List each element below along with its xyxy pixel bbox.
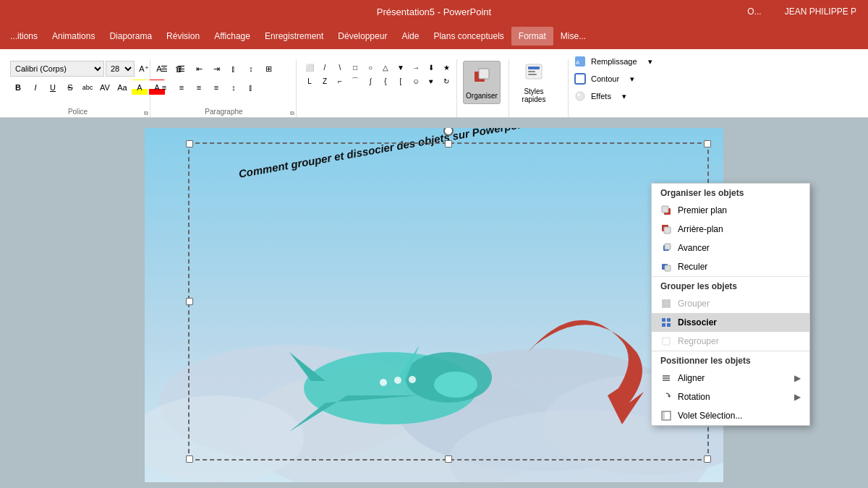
remplissage-row: A Remplissage ▾ <box>574 53 658 69</box>
shape-oval[interactable]: ○ <box>363 61 378 74</box>
menu-format[interactable]: Format <box>511 27 553 46</box>
section-header-organiser: Organiser les objets <box>652 184 809 201</box>
user-icon-btn[interactable]: O... <box>736 0 773 23</box>
dropdown-item-regrouper: Regrouper <box>652 332 809 351</box>
line-space-btn[interactable]: ↕ <box>226 80 242 95</box>
svg-rect-43 <box>663 338 670 345</box>
svg-point-10 <box>577 93 580 96</box>
justify-btn[interactable]: ≡ <box>208 80 224 95</box>
menu-aide[interactable]: Aide <box>394 27 426 46</box>
para-row1: ☰ ☰ ⇤ ⇥ ⫿ ↕ ⊞ <box>156 61 276 77</box>
spacing-btn[interactable]: AV <box>97 80 113 95</box>
col-btn[interactable]: ⫿ <box>226 61 242 77</box>
bullets-btn[interactable]: ☰ <box>156 61 172 77</box>
organiser-btn[interactable]: Organiser <box>463 61 501 104</box>
effets-arrow[interactable]: ▾ <box>616 88 632 104</box>
dropdown-item-aligner[interactable]: Aligner ▶ <box>652 369 809 388</box>
shape-heart[interactable]: ♥ <box>424 74 438 87</box>
font-grow-btn[interactable]: A⁺ <box>136 61 152 77</box>
shape-arc[interactable]: ⌒ <box>348 74 362 87</box>
shape-more[interactable]: ⬇ <box>424 61 438 74</box>
shape-l[interactable]: L <box>302 74 317 87</box>
dropdown-item-reculer[interactable]: Reculer <box>652 257 809 276</box>
highlight-btn[interactable]: A <box>132 80 148 95</box>
shape-star[interactable]: ★ <box>439 61 454 74</box>
dropdown-item-avancer[interactable]: Avancer <box>652 239 809 257</box>
handle-ml[interactable] <box>186 298 193 305</box>
align-left-btn[interactable]: ≡ <box>156 80 172 95</box>
user-name-btn[interactable]: JEAN PHILIPPE P <box>773 0 868 23</box>
handle-br[interactable] <box>704 455 711 463</box>
rotate-handle[interactable] <box>443 128 454 136</box>
shape-line[interactable]: / <box>318 61 332 74</box>
aligner-icon <box>660 372 672 384</box>
dropdown-item-premier-plan[interactable]: Premier plan <box>652 201 809 220</box>
handle-bl[interactable] <box>186 455 193 463</box>
font-row2: B I U S abc AV Aa A A <box>10 80 165 95</box>
abc-btn[interactable]: abc <box>80 80 95 95</box>
police-expand-icon[interactable]: ⧉ <box>144 110 148 117</box>
organiser-icon <box>472 66 492 90</box>
rotation-label: Rotation <box>678 392 788 402</box>
ribbon-group-organiser: Organiser <box>459 59 509 117</box>
menu-revision[interactable]: Révision <box>159 27 207 46</box>
bold-btn[interactable]: B <box>10 80 26 95</box>
shape-bend[interactable]: ⌐ <box>333 74 347 87</box>
paragraphe-expand-icon[interactable]: ⧉ <box>290 110 294 117</box>
shape-z[interactable]: Z <box>318 74 332 87</box>
menu-affichage[interactable]: Affichage <box>207 27 258 46</box>
aa-btn[interactable]: Aa <box>114 80 130 95</box>
dropdown-item-arriere-plan[interactable]: Arrière-plan <box>652 220 809 239</box>
menu-enregistrement[interactable]: Enregistrement <box>258 27 331 46</box>
menu-diaporama[interactable]: Diaporama <box>102 27 159 46</box>
shape-textbox[interactable]: ⬜ <box>302 61 317 74</box>
handle-tl[interactable] <box>186 140 193 147</box>
styles-icon <box>524 61 544 86</box>
shape-brace[interactable]: { <box>378 74 393 87</box>
remplissage-arrow[interactable]: ▾ <box>642 53 658 69</box>
text-align-btn[interactable]: ⊞ <box>260 61 276 77</box>
shapes-grid: ⬜ / \ □ ○ △ ▼ → ⬇ ★ L Z ⌐ ⌒ ∫ { [ ☺ ♥ ↻ <box>302 61 454 87</box>
font-family-select[interactable]: Calibri (Corps) <box>10 61 104 77</box>
dropdown-item-volet[interactable]: Volet Sélection... <box>652 406 809 425</box>
numbering-btn[interactable]: ☰ <box>174 61 190 77</box>
remplissage-btn[interactable]: Remplissage <box>587 53 641 69</box>
text-dir-btn[interactable]: ↕ <box>243 61 259 77</box>
menu-developpeur[interactable]: Développeur <box>331 27 394 46</box>
dropdown-item-rotation[interactable]: Rotation ▶ <box>652 388 809 406</box>
contour-arrow[interactable]: ▾ <box>624 71 640 87</box>
shape-smile[interactable]: ☺ <box>409 74 423 87</box>
handle-tr[interactable] <box>704 140 711 147</box>
shape-arrow[interactable]: → <box>409 61 423 74</box>
menu-animations[interactable]: Animations <box>45 27 102 46</box>
indent-inc-btn[interactable]: ⇥ <box>208 61 224 77</box>
effets-btn[interactable]: Effets <box>587 88 615 104</box>
shape-bracket[interactable]: [ <box>393 74 408 87</box>
section-header-grouper: Grouper les objets <box>652 276 809 294</box>
menu-mise[interactable]: Mise... <box>553 27 593 46</box>
shape-tri[interactable]: △ <box>378 61 393 74</box>
shape-line2[interactable]: \ <box>333 61 347 74</box>
italic-btn[interactable]: I <box>27 80 43 95</box>
align-center-btn[interactable]: ≡ <box>174 80 190 95</box>
menu-bar: ...itions Animations Diaporama Révision … <box>0 23 868 49</box>
dropdown-item-dissocier[interactable]: Dissocier <box>652 313 809 332</box>
menu-transitions[interactable]: ...itions <box>3 27 45 46</box>
menu-plans[interactable]: Plans conceptuels <box>426 27 511 46</box>
contour-btn[interactable]: Contour <box>587 71 623 87</box>
shape-rect[interactable]: □ <box>348 61 362 74</box>
shape-scroll2[interactable]: ↻ <box>439 74 454 87</box>
font-size-select[interactable]: 28 <box>106 61 135 77</box>
svg-rect-5 <box>528 74 537 75</box>
para-row2: ≡ ≡ ≡ ≡ ↕ ⫿ <box>156 80 259 95</box>
styles-rapides-btn[interactable]: Styles rapides <box>515 61 553 104</box>
shape-curve[interactable]: ∫ <box>363 74 378 87</box>
columns-btn[interactable]: ⫿ <box>243 80 259 95</box>
handle-tm[interactable] <box>445 140 452 147</box>
indent-dec-btn[interactable]: ⇤ <box>191 61 207 77</box>
strikethrough-btn[interactable]: S <box>62 80 78 95</box>
handle-bm[interactable] <box>445 455 452 463</box>
align-right-btn[interactable]: ≡ <box>191 80 207 95</box>
shape-scroll[interactable]: ▼ <box>393 61 408 74</box>
underline-btn[interactable]: U <box>45 80 61 95</box>
